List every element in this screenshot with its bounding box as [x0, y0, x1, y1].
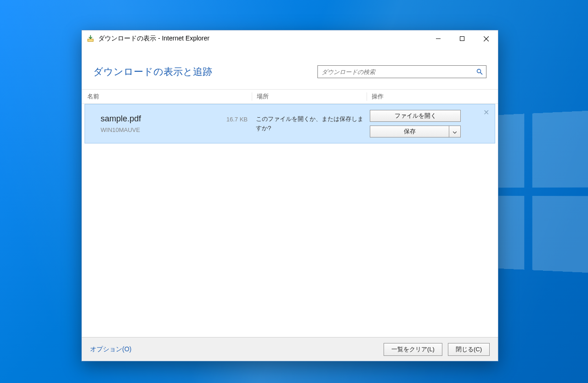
column-headers: 名前 場所 操作 [82, 89, 498, 104]
close-window-button[interactable] [474, 30, 498, 47]
download-row[interactable]: sample.pdf 16.7 KB WIN10MAUVE このファイルを開くか… [85, 104, 495, 143]
cell-message: このファイルを開くか、または保存しますか? [255, 110, 370, 137]
header: ダウンロードの表示と追跡 [82, 47, 498, 89]
column-actions[interactable]: 操作 [367, 92, 498, 101]
options-link[interactable]: オプション(O) [90, 345, 131, 354]
search-icon[interactable] [473, 66, 486, 78]
save-split-button: 保存 [370, 126, 461, 137]
svg-rect-2 [460, 37, 464, 41]
svg-line-6 [481, 73, 482, 74]
chevron-down-icon [453, 128, 457, 135]
svg-rect-0 [88, 39, 93, 41]
file-name: sample.pdf [101, 114, 141, 124]
open-file-button[interactable]: ファイルを開く [370, 110, 461, 122]
file-host: WIN10MAUVE [101, 126, 255, 133]
maximize-button[interactable] [450, 30, 474, 47]
minimize-button[interactable] [426, 30, 450, 47]
close-icon: ✕ [483, 109, 489, 116]
list-body [82, 143, 498, 337]
column-name[interactable]: 名前 [86, 92, 252, 101]
column-location[interactable]: 場所 [252, 92, 367, 101]
save-button[interactable]: 保存 [370, 126, 449, 137]
footer: オプション(O) 一覧をクリア(L) 閉じる(C) [82, 337, 498, 361]
save-dropdown-button[interactable] [449, 126, 461, 137]
file-size: 16.7 KB [226, 116, 255, 123]
search-input[interactable] [318, 69, 473, 75]
window-title: ダウンロードの表示 - Internet Explorer [98, 34, 209, 43]
app-icon [86, 34, 95, 43]
page-title: ダウンロードの表示と追跡 [93, 65, 308, 78]
search-box[interactable] [317, 65, 486, 78]
remove-download-button[interactable]: ✕ [483, 109, 489, 116]
cell-actions: ファイルを開く 保存 [370, 110, 490, 137]
close-button[interactable]: 閉じる(C) [448, 343, 490, 356]
titlebar[interactable]: ダウンロードの表示 - Internet Explorer [82, 30, 498, 47]
download-manager-window: ダウンロードの表示 - Internet Explorer ダウンロードの表示と… [81, 30, 498, 361]
clear-list-button[interactable]: 一覧をクリア(L) [384, 343, 442, 356]
cell-name: sample.pdf 16.7 KB WIN10MAUVE [101, 110, 255, 137]
